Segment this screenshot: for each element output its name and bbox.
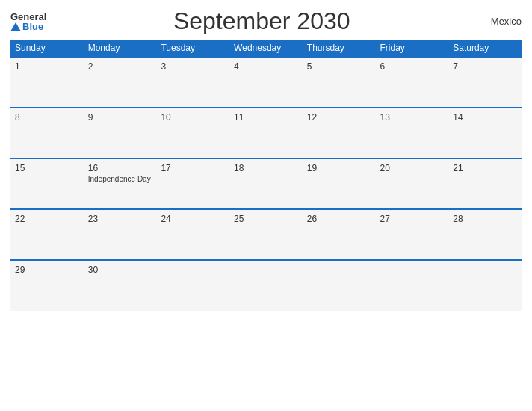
calendar-day-cell [156, 260, 229, 311]
day-number: 2 [88, 61, 152, 72]
day-number: 10 [161, 112, 225, 123]
logo-general-text: General [10, 12, 46, 22]
header: General Blue September 2030 Mexico [10, 7, 522, 35]
day-number: 15 [15, 163, 79, 173]
calendar-day-cell: 24 [156, 209, 229, 260]
calendar-day-cell: 11 [229, 108, 303, 158]
day-number: 29 [15, 265, 79, 275]
day-number: 26 [307, 214, 371, 224]
calendar-title: September 2030 [46, 7, 477, 35]
col-monday: Monday [84, 40, 157, 57]
day-number: 13 [380, 112, 445, 123]
day-number: 1 [15, 61, 79, 72]
day-number: 8 [15, 112, 79, 123]
calendar-day-cell: 17 [156, 158, 229, 209]
calendar-day-cell: 23 [84, 209, 157, 260]
calendar-week-row: 2930 [10, 260, 522, 311]
day-number: 5 [307, 61, 371, 72]
logo: General Blue [10, 12, 46, 31]
day-number: 25 [234, 214, 298, 224]
col-sunday: Sunday [10, 40, 84, 57]
col-tuesday: Tuesday [156, 40, 229, 57]
day-number: 11 [234, 112, 298, 123]
col-friday: Friday [376, 40, 449, 57]
day-number: 16 [88, 163, 152, 173]
day-number: 20 [380, 163, 445, 173]
col-thursday: Thursday [303, 40, 376, 57]
day-number: 9 [88, 112, 152, 123]
calendar-day-cell: 10 [156, 108, 229, 158]
calendar-week-row: 891011121314 [10, 108, 522, 158]
calendar-day-cell: 19 [303, 158, 376, 209]
day-number: 17 [161, 163, 225, 173]
day-number: 12 [307, 112, 371, 123]
calendar-day-cell: 7 [448, 57, 522, 108]
calendar-day-cell [229, 260, 303, 311]
day-number: 21 [453, 163, 517, 173]
logo-blue-text: Blue [10, 22, 43, 31]
day-number: 19 [307, 163, 371, 173]
calendar-day-cell: 16Independence Day [84, 158, 157, 209]
day-number: 30 [88, 265, 152, 275]
calendar-day-cell: 8 [10, 108, 84, 158]
calendar-week-row: 22232425262728 [10, 209, 522, 260]
day-number: 6 [380, 61, 445, 72]
calendar-table: Sunday Monday Tuesday Wednesday Thursday… [10, 40, 522, 311]
calendar-day-cell: 25 [229, 209, 303, 260]
calendar-day-cell: 28 [448, 209, 522, 260]
calendar-day-cell: 1 [10, 57, 84, 108]
calendar-day-cell: 6 [376, 57, 449, 108]
calendar-day-cell: 22 [10, 209, 84, 260]
day-number: 24 [161, 214, 225, 224]
day-number: 4 [234, 61, 298, 72]
country-label: Mexico [477, 16, 522, 27]
day-number: 27 [380, 214, 445, 224]
day-number: 7 [453, 61, 517, 72]
calendar-day-cell: 27 [376, 209, 449, 260]
day-number: 22 [15, 214, 79, 224]
day-number: 23 [88, 214, 152, 224]
calendar-day-cell: 29 [10, 260, 84, 311]
col-wednesday: Wednesday [229, 40, 303, 57]
calendar-day-cell: 2 [84, 57, 157, 108]
calendar-day-cell: 26 [303, 209, 376, 260]
calendar-week-row: 1516Independence Day1718192021 [10, 158, 522, 209]
day-number: 28 [453, 214, 517, 224]
calendar-day-cell: 18 [229, 158, 303, 209]
calendar-day-cell [376, 260, 449, 311]
calendar-day-cell: 30 [84, 260, 157, 311]
calendar-day-cell: 21 [448, 158, 522, 209]
calendar-day-cell: 13 [376, 108, 449, 158]
calendar-week-row: 1234567 [10, 57, 522, 108]
calendar-day-cell [303, 260, 376, 311]
col-saturday: Saturday [448, 40, 522, 57]
calendar-header-row: Sunday Monday Tuesday Wednesday Thursday… [10, 40, 522, 57]
calendar-day-cell: 5 [303, 57, 376, 108]
logo-triangle-icon [10, 22, 21, 31]
calendar-day-cell [448, 260, 522, 311]
calendar-day-cell: 3 [156, 57, 229, 108]
calendar-day-cell: 4 [229, 57, 303, 108]
day-number: 14 [453, 112, 517, 123]
day-number: 3 [161, 61, 225, 72]
calendar-day-cell: 12 [303, 108, 376, 158]
calendar-day-cell: 20 [376, 158, 449, 209]
calendar-page: General Blue September 2030 Mexico Sunda… [0, 0, 532, 411]
day-number: 18 [234, 163, 298, 173]
calendar-day-cell: 9 [84, 108, 157, 158]
day-event: Independence Day [88, 175, 152, 183]
calendar-day-cell: 15 [10, 158, 84, 209]
calendar-day-cell: 14 [448, 108, 522, 158]
